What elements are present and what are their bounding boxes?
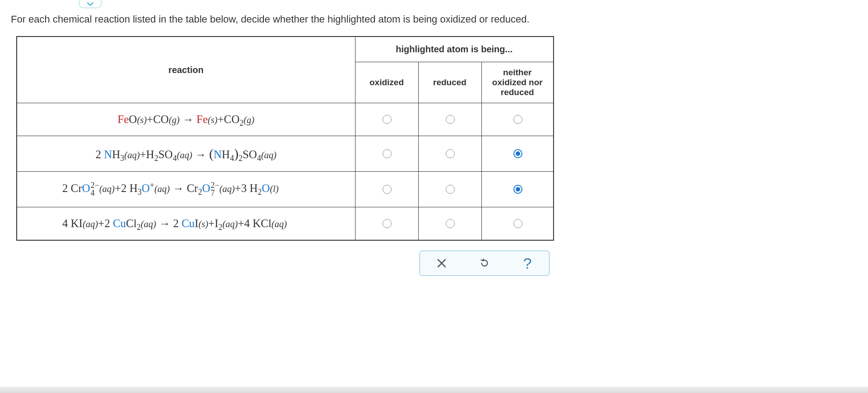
col-header-oxidized: oxidized: [355, 62, 418, 103]
table-row: FeO(s)+CO(g) → Fe(s)+CO2(g): [17, 103, 554, 136]
help-button[interactable]: ?: [519, 255, 536, 271]
radio-row2-oxidized[interactable]: [383, 149, 392, 158]
reaction-formula-3: 2 CrO2−4(aq)+2 H3O+(aq) → Cr2O2−7(aq)+3 …: [17, 172, 355, 207]
table-row: 2 CrO2−4(aq)+2 H3O+(aq) → Cr2O2−7(aq)+3 …: [17, 172, 554, 207]
radio-row3-reduced[interactable]: [446, 185, 455, 194]
col-header-reduced: reduced: [418, 62, 481, 103]
chevron-down-icon: [86, 1, 94, 7]
radio-row4-reduced[interactable]: [446, 219, 455, 228]
close-icon: [437, 258, 447, 268]
radio-row1-oxidized[interactable]: [383, 115, 392, 124]
col-header-group: highlighted atom is being...: [355, 37, 554, 62]
clear-button[interactable]: [434, 255, 450, 271]
undo-icon: [479, 257, 490, 269]
reaction-formula-2: 2 NH3(aq)+H2SO4(aq) → (NH4)2SO4(aq): [17, 136, 355, 172]
radio-row4-oxidized[interactable]: [383, 219, 392, 228]
radio-row3-neither[interactable]: [513, 185, 522, 194]
reaction-table: reaction highlighted atom is being... ox…: [16, 36, 554, 241]
collapse-tab[interactable]: [79, 0, 102, 8]
radio-row4-neither[interactable]: [513, 219, 522, 228]
col-header-reaction: reaction: [17, 37, 355, 103]
radio-row1-neither[interactable]: [513, 115, 522, 124]
reaction-formula-4: 4 KI(aq)+2 CuCl2(aq) → 2 CuI(s)+I2(aq)+4…: [17, 207, 355, 241]
action-bar: ?: [420, 251, 549, 276]
reaction-formula-1: FeO(s)+CO(g) → Fe(s)+CO2(g): [17, 103, 355, 136]
reset-button[interactable]: [476, 255, 493, 271]
radio-row2-reduced[interactable]: [446, 149, 455, 158]
col-header-neither: neither oxidized nor reduced: [481, 62, 554, 103]
table-row: 4 KI(aq)+2 CuCl2(aq) → 2 CuI(s)+I2(aq)+4…: [17, 207, 554, 241]
radio-row3-oxidized[interactable]: [383, 185, 392, 194]
question-prompt: For each chemical reaction listed in the…: [11, 14, 868, 25]
bottom-divider: [0, 387, 868, 393]
radio-row2-neither[interactable]: [513, 149, 522, 158]
radio-row1-reduced[interactable]: [446, 115, 455, 124]
table-row: 2 NH3(aq)+H2SO4(aq) → (NH4)2SO4(aq): [17, 136, 554, 172]
